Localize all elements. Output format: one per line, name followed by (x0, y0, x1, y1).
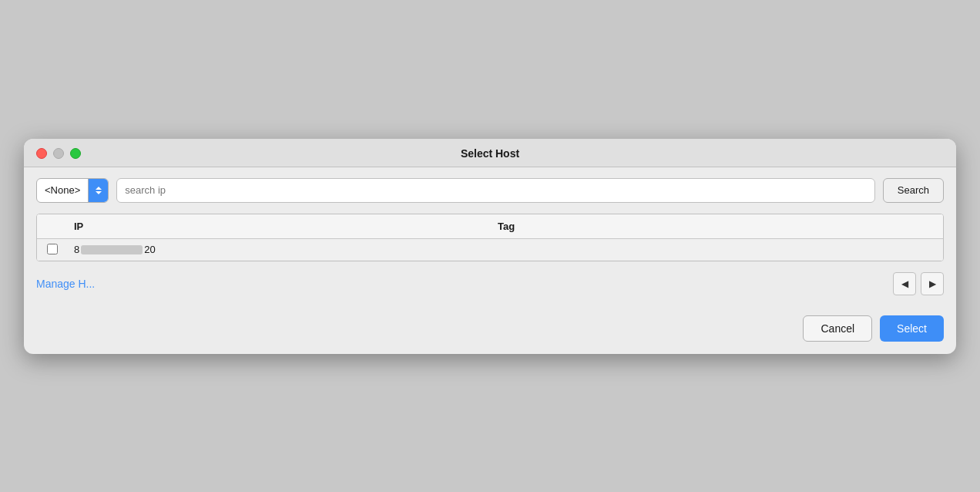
hosts-table: IP Tag 820 (36, 214, 944, 261)
dropdown-arrow-button[interactable] (88, 179, 108, 202)
select-button[interactable]: Select (880, 315, 944, 342)
host-type-dropdown[interactable]: <None> (36, 178, 109, 203)
table-header: IP Tag (37, 214, 943, 239)
footer-buttons: Cancel Select (24, 306, 956, 354)
close-button[interactable] (36, 148, 47, 159)
ip-suffix: 20 (144, 244, 155, 255)
col-header-tag: Tag (492, 221, 943, 232)
maximize-button[interactable] (70, 148, 81, 159)
col-header-checkbox (37, 221, 68, 232)
ip-prefix: 8 (74, 244, 79, 255)
arrow-up-icon (96, 187, 102, 190)
arrow-down-icon (96, 191, 102, 194)
cancel-button[interactable]: Cancel (803, 315, 872, 342)
minimize-button[interactable] (53, 148, 64, 159)
table-body: 820 (37, 239, 943, 261)
window-title: Select Host (461, 147, 519, 160)
toolbar: <None> Search (24, 167, 956, 214)
row-select-checkbox[interactable] (47, 244, 58, 254)
prev-page-button[interactable]: ◀ (893, 272, 916, 295)
search-input[interactable] (116, 178, 875, 203)
pagination: ◀ ▶ (893, 272, 944, 295)
select-host-window: Select Host <None> Search IP Tag 8 (24, 139, 956, 354)
row-ip-cell: 820 (68, 244, 492, 255)
search-button[interactable]: Search (883, 178, 944, 203)
manage-hosts-link[interactable]: Manage H... (36, 278, 95, 290)
titlebar: Select Host (24, 139, 956, 167)
col-header-ip: IP (68, 221, 492, 232)
dropdown-label: <None> (37, 184, 88, 196)
row-checkbox-cell[interactable] (37, 244, 68, 254)
bottom-bar: Manage H... ◀ ▶ (24, 261, 956, 306)
traffic-lights (36, 148, 81, 159)
table-row[interactable]: 820 (37, 239, 943, 261)
next-page-button[interactable]: ▶ (921, 272, 944, 295)
ip-redacted (81, 245, 143, 254)
